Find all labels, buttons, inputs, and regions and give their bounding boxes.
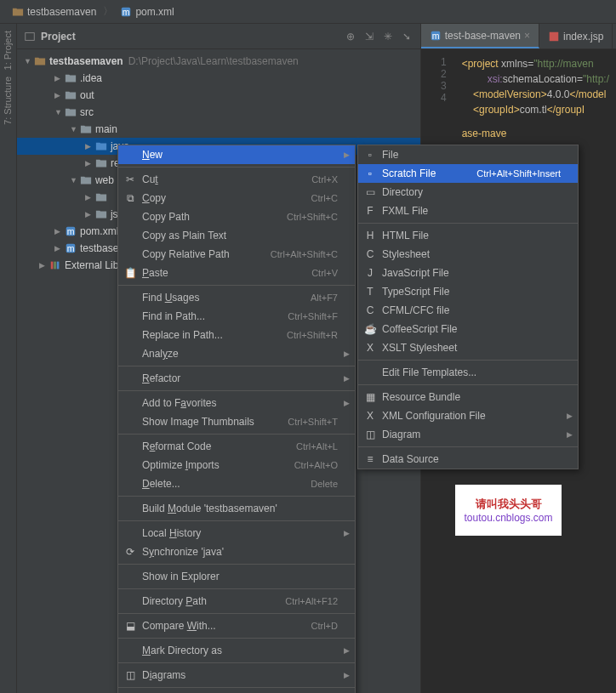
fxml-icon: F [363,204,377,218]
svg-text:m: m [123,6,130,16]
expand-icon[interactable]: ▶ [39,261,48,270]
file-icon: ▫ [363,148,377,162]
expand-icon[interactable]: ▶ [54,74,63,82]
context-menu: New▶✂CutCtrl+X⧉CopyCtrl+CCopy PathCtrl+S… [117,145,356,693]
js-icon: J [363,266,377,280]
chevron-right-icon: ▶ [344,374,350,383]
menu-item[interactable]: ✂CutCtrl+X [118,170,355,189]
hide-icon[interactable]: ➘ [400,30,414,43]
collapse-icon[interactable]: ⇲ [362,30,376,43]
menu-item[interactable]: ⬓Compare With...Ctrl+D [118,616,355,635]
menu-item[interactable]: Refactor▶ [118,369,355,388]
expand-icon[interactable]: ▼ [54,108,63,116]
menu-item[interactable]: Show in Explorer [118,567,355,586]
chevron-right-icon: ▶ [344,399,350,407]
menu-item[interactable]: ≡Data Source [358,450,578,469]
menu-item[interactable]: FFXML File [358,202,578,220]
tab-pom[interactable]: m test-base-maven × [421,24,539,48]
menu-item[interactable]: Find in Path...Ctrl+Shift+F [118,307,355,326]
project-title: Project [41,31,344,43]
editor-tabs: m test-base-maven × index.jsp [421,24,616,49]
svg-text:m: m [431,30,439,40]
cf-icon: C [363,304,377,317]
menu-item[interactable]: Build Module 'testbasemaven' [118,499,355,518]
svg-rect-9 [57,262,60,270]
menu-item[interactable]: New▶ [118,145,355,164]
watermark: 请叫我头头哥 toutou.cnblogs.com [455,485,562,536]
bundle-icon: ▦ [363,390,377,404]
rail-project[interactable]: 1: Project [3,31,13,70]
diff-icon: ⬓ [123,619,137,633]
css-icon: C [363,247,377,261]
close-icon[interactable]: × [524,30,530,42]
cut-icon: ✂ [123,173,137,186]
menu-item[interactable]: TTypeScript File [358,282,578,301]
menu-item[interactable]: Copy Relative PathCtrl+Alt+Shift+C [118,245,355,264]
menu-item[interactable]: ◫Diagrams▶ [118,666,355,684]
menu-item[interactable]: Copy as Plain Text [118,226,355,245]
left-rail: 1: Project 7: Structure [0,24,17,693]
xslt-icon: X [363,341,377,355]
breadcrumb-file[interactable]: m pom.xml [115,4,179,20]
menu-item[interactable]: 📋PasteCtrl+V [118,264,355,282]
project-icon [24,31,36,43]
new-submenu: ▫File▫Scratch FileCtrl+Alt+Shift+Insert▭… [357,145,579,469]
tree-item[interactable]: ▶.idea [17,70,420,87]
expand-icon[interactable]: ▼ [24,57,32,65]
expand-icon[interactable]: ▶ [85,159,94,168]
chevron-right-icon: ▶ [344,646,350,655]
menu-item[interactable]: HHTML File [358,226,578,245]
menu-item[interactable]: Show Image ThumbnailsCtrl+Shift+T [118,412,355,431]
menu-item[interactable]: ▫Scratch FileCtrl+Alt+Shift+Insert [358,164,578,183]
menu-item[interactable]: Delete...Delete [118,474,355,493]
menu-item[interactable]: ◫Diagram▶ [358,425,578,444]
menu-item[interactable]: ▭Directory [358,183,578,202]
chevron-right-icon: 〉 [103,4,113,19]
expand-icon[interactable]: ▶ [54,91,63,99]
tree-item[interactable]: ▼main [17,121,420,138]
menu-item[interactable]: Analyze▶ [118,344,355,363]
menu-item[interactable]: ☕CoffeeScript File [358,320,578,338]
expand-icon[interactable]: ▶ [85,193,94,202]
menu-item[interactable]: ▫File [358,145,578,164]
menu-item[interactable]: Copy PathCtrl+Shift+C [118,207,355,226]
rail-structure[interactable]: 7: Structure [3,77,13,125]
html-icon: H [363,229,377,242]
expand-icon[interactable]: ▼ [70,125,78,133]
breadcrumb-root[interactable]: testbasemaven [7,4,101,20]
menu-item[interactable]: Edit File Templates... [358,363,578,382]
tree-root[interactable]: ▼ testbasemaven D:\Project\Java\Learn\te… [17,53,420,70]
coffee-icon: ☕ [363,322,377,336]
diagram-icon: ◫ [363,428,377,441]
expand-icon[interactable]: ▼ [70,176,78,185]
ts-icon: T [363,285,377,298]
locate-icon[interactable]: ⊕ [344,30,357,43]
gear-icon[interactable]: ✳ [381,30,395,43]
expand-icon[interactable]: ▶ [54,227,63,236]
menu-item[interactable]: Optimize ImportsCtrl+Alt+O [118,456,355,474]
menu-item[interactable]: ⟳Synchronize 'java' [118,542,355,561]
menu-item[interactable]: CStylesheet [358,245,578,264]
menu-item[interactable]: Find UsagesAlt+F7 [118,288,355,307]
expand-icon[interactable]: ▶ [85,142,94,151]
expand-icon[interactable]: ▶ [85,210,94,219]
tab-index[interactable]: index.jsp [539,24,613,48]
db-icon: ≡ [363,452,377,466]
chevron-right-icon: ▶ [567,430,573,439]
tree-item[interactable]: ▼src [17,104,420,121]
menu-item[interactable]: CCFML/CFC file [358,301,578,320]
menu-item[interactable]: Directory PathCtrl+Alt+F12 [118,592,355,611]
menu-item[interactable]: ▦Resource Bundle [358,388,578,406]
menu-item[interactable]: Replace in Path...Ctrl+Shift+R [118,326,355,344]
tree-item[interactable]: ▶out [17,87,420,104]
menu-item[interactable]: ⧉CopyCtrl+C [118,189,355,207]
menu-item[interactable]: XXSLT Stylesheet [358,338,578,357]
expand-icon[interactable]: ▶ [54,244,63,253]
menu-item[interactable]: JJavaScript File [358,264,578,282]
menu-item[interactable]: Reformat CodeCtrl+Alt+L [118,437,355,456]
menu-item[interactable]: XXML Configuration File▶ [358,406,578,425]
menu-item[interactable]: Local History▶ [118,524,355,542]
menu-item[interactable]: Add to Favorites▶ [118,394,355,412]
chevron-right-icon: ▶ [344,529,350,537]
menu-item[interactable]: Mark Directory as▶ [118,641,355,660]
